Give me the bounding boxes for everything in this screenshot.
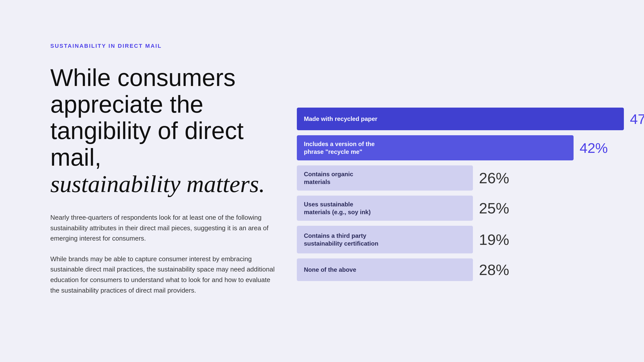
bar-organic-materials: Contains organicmaterials — [297, 165, 473, 191]
bar-percentage: 28% — [479, 261, 509, 279]
body-text-1: Nearly three-quarters of respondents loo… — [50, 212, 277, 244]
bar-label: Contains organicmaterials — [304, 170, 353, 186]
bar-sustainable-materials: Uses sustainablematerials (e.g., soy ink… — [297, 196, 473, 221]
bar-made-with-recycled-paper: Made with recycled paper — [297, 108, 624, 130]
main-heading: While consumers appreciate the tangibili… — [50, 64, 277, 197]
bar-percentage: 26% — [479, 169, 509, 187]
body-text-2: While brands may be able to capture cons… — [50, 254, 277, 296]
heading-italic: sustainability matters. — [50, 170, 265, 197]
bar-percentage: 47% — [630, 111, 644, 127]
bar-row: Includes a version of thephrase "recycle… — [297, 135, 644, 160]
section-label: SUSTAINABILITY IN DIRECT MAIL — [50, 43, 594, 49]
main-card: SUSTAINABILITY IN DIRECT MAIL While cons… — [20, 18, 624, 344]
bar-row: Made with recycled paper 47% — [297, 108, 644, 130]
bar-label: Includes a version of thephrase "recycle… — [304, 140, 375, 156]
left-panel: While consumers appreciate the tangibili… — [50, 64, 277, 319]
bar-label: None of the above — [304, 266, 356, 274]
content-area: While consumers appreciate the tangibili… — [50, 64, 594, 319]
bar-none-of-above: None of the above — [297, 258, 473, 281]
bar-row: Uses sustainablematerials (e.g., soy ink… — [297, 196, 644, 221]
bar-row: Contains a third partysustainability cer… — [297, 226, 644, 253]
bar-percentage: 19% — [479, 231, 509, 248]
bar-third-party-certification: Contains a third partysustainability cer… — [297, 226, 473, 253]
bar-percentage: 42% — [580, 140, 610, 156]
bar-includes-recycle-me: Includes a version of thephrase "recycle… — [297, 135, 574, 160]
bar-label: Contains a third partysustainability cer… — [304, 232, 378, 247]
bar-label: Made with recycled paper — [304, 115, 377, 123]
chart-panel: Made with recycled paper 47% Includes a … — [297, 64, 644, 319]
bar-percentage: 25% — [479, 200, 509, 217]
bar-row: Contains organicmaterials 26% — [297, 165, 644, 191]
bar-label: Uses sustainablematerials (e.g., soy ink… — [304, 200, 371, 216]
bar-row: None of the above 28% — [297, 258, 644, 281]
